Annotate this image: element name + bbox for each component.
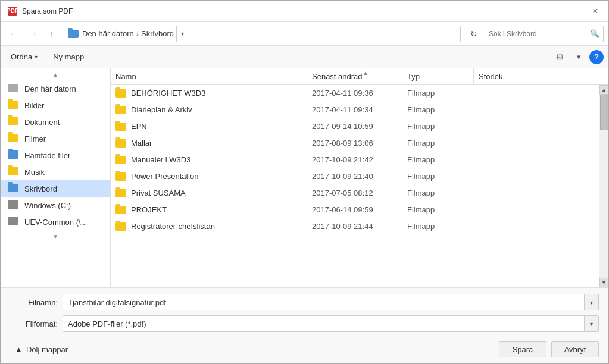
file-cell-size <box>474 158 599 162</box>
scroll-up-arrow[interactable]: ▲ <box>599 85 609 95</box>
sidebar-label-hamtade-filer: Hämtade filer <box>24 151 70 160</box>
sidebar-item-uev-common[interactable]: UEV-Common (\... <box>1 214 110 230</box>
sidebar-item-windows-c[interactable]: Windows (C:) <box>1 197 110 214</box>
file-cell-date: 2017-07-05 08:12 <box>307 186 402 200</box>
sidebar-label-uev-common: UEV-Common (\... <box>24 218 87 227</box>
ny-mapp-button[interactable]: Ny mapp <box>48 49 89 64</box>
filmer-folder-icon <box>8 134 20 143</box>
file-cell-name: Power Presentation <box>111 170 307 183</box>
search-input[interactable] <box>489 30 590 38</box>
breadcrumb[interactable]: Den här datorn › Skrivbord ▾ <box>65 26 461 42</box>
windows-drive-icon <box>8 200 20 210</box>
toolbar: Ordna ▾ Ny mapp ⊞ ▾ ? <box>1 46 608 68</box>
back-button[interactable]: ← <box>5 26 22 42</box>
scroll-track <box>599 95 609 278</box>
fileformat-label: Filformat: <box>10 319 58 328</box>
column-header-type[interactable]: Typ <box>402 68 474 84</box>
musik-folder-icon <box>8 167 20 177</box>
folder-icon <box>115 123 126 131</box>
column-header-size[interactable]: Storlek <box>474 68 608 84</box>
hide-folders-label: Dölj mappar <box>26 345 68 354</box>
table-row[interactable]: Privat SUSAMA 2017-07-05 08:12 Filmapp <box>111 185 599 202</box>
file-cell-size <box>474 124 599 129</box>
cancel-button[interactable]: Avbryt <box>551 341 599 357</box>
table-row[interactable]: Manualer i W3D3 2017-10-09 21:42 Filmapp <box>111 152 599 168</box>
hamtade-folder-icon <box>8 150 20 160</box>
ordna-button[interactable]: Ordna ▾ <box>5 49 43 64</box>
hide-folders-button[interactable]: ▲ Dölj mappar <box>10 343 73 356</box>
file-list-scrollbar: ▲ ▼ <box>599 85 608 287</box>
sidebar-item-filmer[interactable]: Filmer <box>1 130 110 147</box>
main-content: ▲ Den här datorn Bilder Dokument <box>1 68 608 287</box>
sidebar-label-dokument: Dokument <box>24 118 60 127</box>
fileformat-input[interactable] <box>63 319 584 328</box>
save-as-pdf-dialog: PDF Spara som PDF × ← → ↑ Den här datorn… <box>0 0 609 364</box>
search-box: 🔍 <box>485 26 604 42</box>
file-cell-name: Mallar <box>111 136 307 150</box>
fileformat-row: Filformat: ▾ <box>10 315 599 332</box>
sidebar-scroll-up[interactable]: ▲ <box>1 68 110 80</box>
file-cell-date: 2017-10-09 21:40 <box>307 170 402 183</box>
file-cell-type: Filmapp <box>402 170 474 183</box>
file-cell-date: 2017-10-09 21:44 <box>307 219 402 233</box>
fileformat-dropdown-button[interactable]: ▾ <box>584 316 598 331</box>
dokument-folder-icon <box>8 117 20 127</box>
sidebar-label-musik: Musik <box>24 168 45 177</box>
sidebar-label-skrivbord: Skrivbord <box>24 184 57 193</box>
file-list-container: ▲ Namn Senast ändrad Typ Storlek <box>111 68 608 287</box>
action-row: ▲ Dölj mappar Spara Avbryt <box>10 337 599 357</box>
view-toggle-button[interactable]: ⊞ <box>551 49 568 65</box>
sidebar-label-bilder: Bilder <box>24 101 44 110</box>
breadcrumb-location1: Den här datorn <box>82 29 134 38</box>
sidebar-item-musik[interactable]: Musik <box>1 164 110 180</box>
refresh-button[interactable]: ↻ <box>466 26 482 42</box>
scroll-thumb[interactable] <box>600 95 608 130</box>
table-row[interactable]: Power Presentation 2017-10-09 21:40 Film… <box>111 168 599 185</box>
filename-input[interactable] <box>63 298 584 307</box>
forward-button[interactable]: → <box>24 26 41 42</box>
file-cell-date: 2017-08-09 13:06 <box>307 136 402 150</box>
column-header-date[interactable]: Senast ändrad <box>307 68 402 84</box>
folder-icon <box>115 189 126 197</box>
column-header-name[interactable]: Namn <box>111 68 307 84</box>
filename-input-container: ▾ <box>63 294 599 310</box>
file-cell-name: BEHÖRIGHET W3D3 <box>111 86 307 100</box>
help-button[interactable]: ? <box>589 50 604 64</box>
file-cell-name: Diarieplan & Arkiv <box>111 103 307 117</box>
hide-folders-arrow: ▲ <box>15 345 23 354</box>
file-cell-name: Registratorer-chefslistan <box>111 219 307 233</box>
view-dropdown-icon: ▾ <box>577 52 581 61</box>
table-row[interactable]: PROJEKT 2017-06-14 09:59 Filmapp <box>111 202 599 218</box>
table-row[interactable]: EPN 2017-09-14 10:59 Filmapp <box>111 118 599 135</box>
sort-arrow[interactable]: ▲ <box>360 68 371 77</box>
file-cell-type: Filmapp <box>402 120 474 133</box>
table-row[interactable]: BEHÖRIGHET W3D3 2017-04-11 09:36 Filmapp <box>111 85 599 102</box>
save-button[interactable]: Spara <box>499 341 546 357</box>
file-cell-size <box>474 224 599 229</box>
toolbar-right: ⊞ ▾ ? <box>551 49 604 65</box>
sidebar-item-dokument[interactable]: Dokument <box>1 114 110 130</box>
sidebar-scroll-down[interactable]: ▼ <box>1 230 110 242</box>
view-dropdown-button[interactable]: ▾ <box>570 49 587 65</box>
breadcrumb-dropdown[interactable]: ▾ <box>176 26 188 42</box>
sidebar-item-bilder[interactable]: Bilder <box>1 97 110 114</box>
title-bar: PDF Spara som PDF × <box>1 1 608 22</box>
sidebar-item-den-har-datorn[interactable]: Den här datorn <box>1 80 110 97</box>
sidebar-item-hamtade-filer[interactable]: Hämtade filer <box>1 147 110 164</box>
file-cell-name: Privat SUSAMA <box>111 186 307 200</box>
table-row[interactable]: Diarieplan & Arkiv 2017-04-11 09:34 Film… <box>111 102 599 118</box>
table-row[interactable]: Registratorer-chefslistan 2017-10-09 21:… <box>111 218 599 235</box>
file-cell-size <box>474 191 599 196</box>
file-cell-type: Filmapp <box>402 153 474 167</box>
scroll-down-arrow[interactable]: ▼ <box>599 278 609 287</box>
sidebar-label-windows-c: Windows (C:) <box>24 201 71 210</box>
close-button[interactable]: × <box>589 5 601 17</box>
file-cell-date: 2017-06-14 09:59 <box>307 203 402 216</box>
table-row[interactable]: Mallar 2017-08-09 13:06 Filmapp <box>111 135 599 152</box>
filename-dropdown-button[interactable]: ▾ <box>584 294 598 310</box>
folder-icon <box>115 89 126 98</box>
dialog-title: Spara som PDF <box>22 7 589 15</box>
sidebar-item-skrivbord[interactable]: Skrivbord <box>1 180 110 197</box>
up-button[interactable]: ↑ <box>43 26 60 42</box>
file-cell-type: Filmapp <box>402 219 474 233</box>
